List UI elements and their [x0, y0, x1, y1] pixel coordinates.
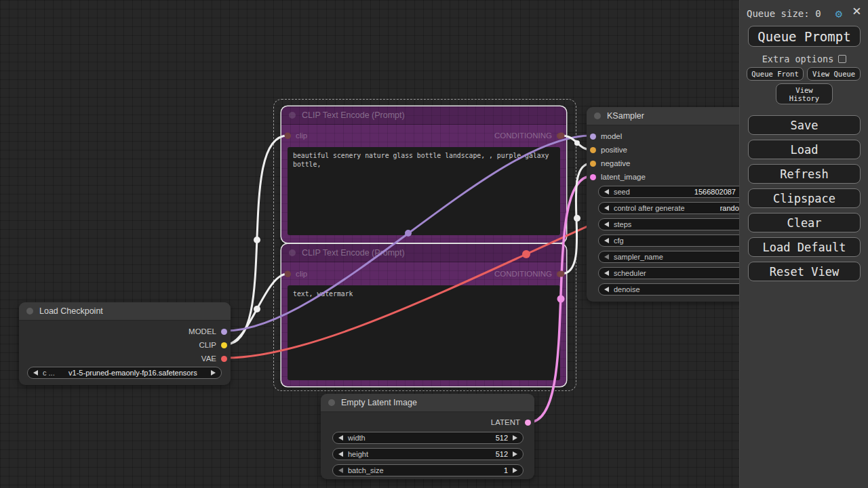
- output-port-model[interactable]: MODEL: [189, 325, 227, 338]
- sampler-name-widget[interactable]: sampler_name: [598, 251, 761, 263]
- port-label: latent_image: [601, 173, 646, 181]
- refresh-button[interactable]: Refresh: [748, 164, 861, 184]
- extra-options-checkbox[interactable]: [838, 55, 846, 63]
- port-label: clip: [296, 270, 307, 278]
- collapse-dot-icon[interactable]: [594, 113, 601, 119]
- port-label: CONDITIONING: [494, 131, 552, 140]
- widget-label: scheduler: [614, 269, 646, 277]
- steps-widget[interactable]: steps: [598, 218, 761, 230]
- clipspace-button[interactable]: Clipspace: [748, 188, 861, 208]
- cfg-widget[interactable]: cfg: [598, 235, 761, 247]
- view-history-line2: History: [789, 94, 819, 102]
- queue-front-button[interactable]: Queue Front: [747, 67, 804, 81]
- next-value-icon[interactable]: [513, 468, 517, 473]
- node-header[interactable]: CLIP Text Encode (Prompt): [281, 244, 566, 262]
- collapse-dot-icon[interactable]: [289, 112, 296, 119]
- load-button[interactable]: Load: [748, 140, 861, 159]
- collapse-dot-icon[interactable]: [26, 308, 33, 314]
- node-header[interactable]: CLIP Text Encode (Prompt): [281, 106, 566, 125]
- widget-label: control after generate: [614, 204, 685, 212]
- prev-value-icon[interactable]: [604, 270, 609, 276]
- widget-label: sampler_name: [614, 253, 663, 261]
- port-dot-latent[interactable]: [525, 420, 531, 426]
- prev-value-icon[interactable]: [33, 370, 38, 375]
- prev-value-icon[interactable]: [604, 205, 609, 211]
- widget-label: steps: [614, 220, 631, 228]
- prompt-textarea[interactable]: beautiful scenery nature glass bottle la…: [288, 147, 560, 235]
- batch-size-widget[interactable]: batch_size 1: [332, 464, 524, 476]
- next-value-icon[interactable]: [513, 451, 517, 457]
- input-port-clip[interactable]: clip: [285, 129, 307, 142]
- input-port-clip[interactable]: clip: [285, 267, 307, 281]
- control-after-generate-widget[interactable]: control after generate randomize: [598, 202, 761, 214]
- next-value-icon[interactable]: [513, 435, 517, 441]
- seed-widget[interactable]: seed 1566802087: [598, 186, 761, 198]
- input-port-positive[interactable]: positive: [590, 143, 627, 157]
- node-title: KSampler: [607, 111, 644, 121]
- port-dot-conditioning[interactable]: [557, 133, 563, 139]
- prev-value-icon[interactable]: [604, 222, 609, 227]
- port-dot-clip[interactable]: [285, 133, 291, 139]
- collapse-dot-icon[interactable]: [289, 249, 296, 256]
- port-dot-clip[interactable]: [285, 271, 291, 277]
- prev-value-icon[interactable]: [604, 254, 609, 260]
- port-dot-model[interactable]: [221, 329, 227, 335]
- close-icon[interactable]: ×: [852, 3, 861, 18]
- prev-value-icon[interactable]: [604, 238, 609, 243]
- port-dot-conditioning[interactable]: [557, 271, 563, 277]
- extra-options-label: Extra options: [762, 54, 834, 64]
- menu-panel: Queue size: 0 ⚙ × Queue Prompt Extra opt…: [739, 0, 868, 488]
- output-port-latent[interactable]: LATENT: [491, 415, 531, 429]
- view-history-line1: View: [795, 86, 812, 94]
- port-dot-negative[interactable]: [590, 161, 596, 167]
- port-label: CONDITIONING: [494, 270, 552, 278]
- node-clip-text-encode-positive[interactable]: CLIP Text Encode (Prompt) clip CONDITION…: [281, 106, 566, 243]
- node-load-checkpoint[interactable]: Load Checkpoint MODEL CLIP VAE c ... v1-…: [19, 302, 231, 385]
- port-dot-positive[interactable]: [590, 147, 596, 153]
- node-clip-text-encode-negative[interactable]: CLIP Text Encode (Prompt) clip CONDITION…: [281, 244, 566, 386]
- height-widget[interactable]: height 512: [332, 448, 524, 460]
- output-port-conditioning[interactable]: CONDITIONING: [494, 129, 563, 142]
- view-queue-button[interactable]: View Queue: [807, 67, 861, 81]
- port-dot-model[interactable]: [590, 134, 596, 140]
- output-port-clip[interactable]: CLIP: [199, 338, 227, 352]
- node-header[interactable]: Empty Latent Image: [321, 394, 534, 412]
- width-widget[interactable]: width 512: [332, 432, 524, 444]
- settings-gear-icon[interactable]: ⚙: [835, 7, 842, 20]
- graph-canvas[interactable]: CLIP Text Encode (Prompt) clip CONDITION…: [0, 0, 868, 488]
- queue-prompt-button[interactable]: Queue Prompt: [748, 26, 861, 47]
- node-header[interactable]: Load Checkpoint: [19, 302, 231, 321]
- node-empty-latent-image[interactable]: Empty Latent Image LATENT width 512 heig…: [321, 394, 534, 479]
- widget-label: height: [348, 450, 368, 458]
- scheduler-widget[interactable]: scheduler: [598, 267, 761, 279]
- view-history-button[interactable]: View History: [776, 83, 833, 104]
- save-button[interactable]: Save: [748, 115, 861, 135]
- load-default-button[interactable]: Load Default: [748, 237, 861, 257]
- prev-value-icon[interactable]: [338, 468, 343, 473]
- input-port-model[interactable]: model: [590, 129, 622, 143]
- port-dot-latent-image[interactable]: [590, 174, 596, 180]
- port-label: MODEL: [189, 327, 216, 336]
- output-port-conditioning[interactable]: CONDITIONING: [494, 267, 563, 281]
- denoise-widget[interactable]: denoise: [598, 283, 761, 296]
- ckpt-name-widget[interactable]: c ... v1-5-pruned-emaonly-fp16.safetenso…: [27, 367, 222, 379]
- port-label: clip: [296, 131, 307, 140]
- port-label: negative: [601, 159, 630, 167]
- output-port-vae[interactable]: VAE: [201, 352, 227, 365]
- port-label: model: [601, 132, 622, 140]
- node-title: Load Checkpoint: [39, 306, 103, 316]
- reset-view-button[interactable]: Reset View: [748, 262, 861, 281]
- input-port-negative[interactable]: negative: [590, 157, 630, 170]
- port-dot-vae[interactable]: [221, 356, 227, 362]
- prompt-textarea[interactable]: text, watermark: [288, 285, 560, 380]
- widget-label: cfg: [614, 237, 624, 245]
- input-port-latent-image[interactable]: latent_image: [590, 170, 646, 184]
- port-dot-clip[interactable]: [221, 342, 227, 348]
- prev-value-icon[interactable]: [604, 189, 609, 195]
- prev-value-icon[interactable]: [604, 287, 609, 292]
- next-value-icon[interactable]: [211, 370, 216, 375]
- clear-button[interactable]: Clear: [748, 213, 861, 232]
- collapse-dot-icon[interactable]: [328, 399, 335, 406]
- prev-value-icon[interactable]: [338, 451, 343, 457]
- prev-value-icon[interactable]: [338, 435, 343, 441]
